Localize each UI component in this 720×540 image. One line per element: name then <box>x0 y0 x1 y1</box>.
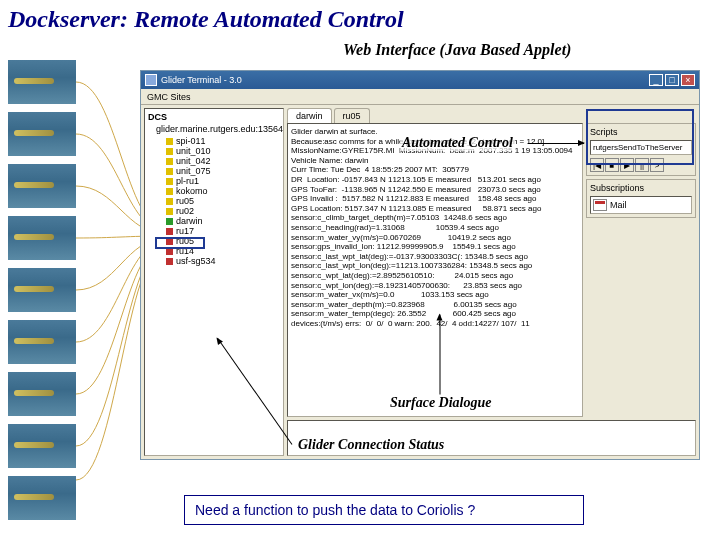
callout-automated: Automated Control <box>400 135 515 151</box>
tree-item[interactable]: unit_042 <box>166 156 280 166</box>
subs-title: Subscriptions <box>590 183 692 193</box>
annot-status-box <box>155 237 205 249</box>
glider-thumb <box>8 372 76 416</box>
sub-label: Mail <box>610 200 627 210</box>
tree-item-label: usf-sg534 <box>176 256 216 266</box>
tree-item-label: kokomo <box>176 186 208 196</box>
sub-item[interactable]: Mail <box>590 196 692 214</box>
status-square-icon <box>166 258 173 265</box>
tree-item-label: unit_075 <box>176 166 211 176</box>
tree-item-label: pl-ru1 <box>176 176 199 186</box>
app-icon <box>145 74 157 86</box>
log-panel[interactable]: Glider darwin at surface. Because:asc co… <box>287 123 583 417</box>
slide-subtitle: Web Interface (Java Based Applet) <box>343 41 571 59</box>
tree-item[interactable]: pl-ru1 <box>166 176 280 186</box>
slide-title: Dockserver: Remote Automated Control <box>0 0 720 39</box>
glider-thumb <box>8 320 76 364</box>
tree-item-label: unit_010 <box>176 146 211 156</box>
tree-item[interactable]: unit_010 <box>166 146 280 156</box>
arrow-automated <box>528 143 584 144</box>
tree-item[interactable]: usf-sg534 <box>166 256 280 266</box>
tree-item-label: ru02 <box>176 206 194 216</box>
status-square-icon <box>166 138 173 145</box>
tree-item-label: ru17 <box>176 226 194 236</box>
annot-scripts-box <box>586 109 694 165</box>
glider-thumb <box>8 164 76 208</box>
tree-item[interactable]: spi-011 <box>166 136 280 146</box>
status-square-icon <box>166 218 173 225</box>
tab-ru05[interactable]: ru05 <box>334 108 370 123</box>
status-square-icon <box>166 198 173 205</box>
status-square-icon <box>166 148 173 155</box>
tree-item-label: spi-011 <box>176 136 206 146</box>
glider-thumb <box>8 476 76 520</box>
glider-thumb <box>8 60 76 104</box>
tree-root[interactable]: DCS <box>148 112 280 122</box>
glider-thumb <box>8 216 76 260</box>
footer-note: Need a function to push the data to Cori… <box>184 495 584 525</box>
minimize-button[interactable]: _ <box>649 74 663 86</box>
status-square-icon <box>166 228 173 235</box>
mail-icon <box>593 199 607 211</box>
callout-surface: Surface Dialogue <box>388 395 494 411</box>
arrow-surface <box>440 315 441 395</box>
tree-item-label: unit_042 <box>176 156 211 166</box>
tree-item[interactable]: ru17 <box>166 226 280 236</box>
status-square-icon <box>166 168 173 175</box>
close-button[interactable]: × <box>681 74 695 86</box>
status-square-icon <box>166 158 173 165</box>
thumbnail-column <box>8 60 76 528</box>
glider-thumb <box>8 268 76 312</box>
status-square-icon <box>166 188 173 195</box>
tab-darwin[interactable]: darwin <box>287 108 332 123</box>
right-panel: Scripts rutgersSendToTheServer |◀ ■ ▶ ||… <box>586 123 696 417</box>
tree-item[interactable]: kokomo <box>166 186 280 196</box>
glider-thumb <box>8 112 76 156</box>
menu-item[interactable]: GMC Sites <box>147 92 191 102</box>
subscriptions-panel: Subscriptions Mail <box>586 179 696 218</box>
titlebar: Glider Terminal - 3.0 _ □ × <box>141 71 699 89</box>
tree-item[interactable]: darwin <box>166 216 280 226</box>
tree-item[interactable]: ru02 <box>166 206 280 216</box>
tree-item[interactable]: unit_075 <box>166 166 280 176</box>
tree-item[interactable]: ru05 <box>166 196 280 206</box>
maximize-button[interactable]: □ <box>665 74 679 86</box>
tree-item-label: ru05 <box>176 196 194 206</box>
tree-item-label: darwin <box>176 216 203 226</box>
callout-status: Glider Connection Status <box>296 437 446 453</box>
status-square-icon <box>166 178 173 185</box>
menubar: GMC Sites <box>141 89 699 105</box>
tree-server[interactable]: glider.marine.rutgers.edu:13564 <box>156 124 280 134</box>
window-title: Glider Terminal - 3.0 <box>161 75 242 85</box>
status-square-icon <box>166 208 173 215</box>
glider-thumb <box>8 424 76 468</box>
